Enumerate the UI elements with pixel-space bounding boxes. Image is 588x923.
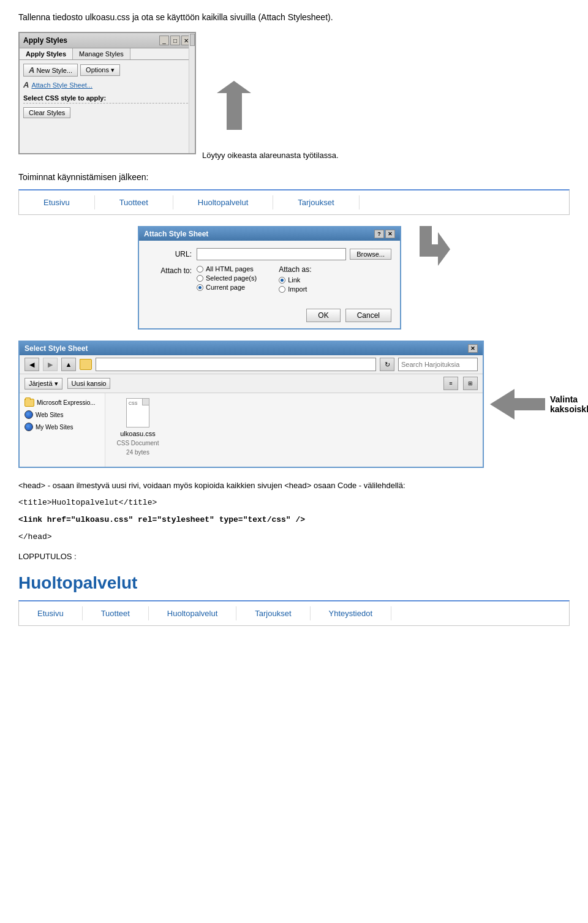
result-nav-etusivu[interactable]: Etusivu: [19, 606, 83, 620]
arrow-down-right-icon: [401, 226, 450, 275]
forward-button[interactable]: ▶: [43, 358, 58, 371]
nav-item-tarjoukset[interactable]: Tarjoukset: [273, 195, 359, 209]
view-options-button[interactable]: ≡: [443, 377, 458, 390]
code-line-1: <title>Huoltopalvelut</title>: [18, 498, 157, 507]
attach-label[interactable]: Attach Style Sheet...: [31, 81, 92, 89]
nav-item-tuotteet[interactable]: Tuotteet: [95, 195, 173, 209]
panel-title: Apply Styles: [23, 36, 67, 45]
file-path-input[interactable]: [96, 358, 376, 371]
loytyy-text: Löytyy oikeasta alareunasta työtilassa.: [202, 151, 339, 160]
radio-current-page[interactable]: Current page: [197, 284, 257, 291]
file-sidebar-item-2[interactable]: My Web Sites: [22, 421, 102, 433]
lopputulos-label: LOPPUTULOS :: [18, 550, 570, 563]
result-nav-tuotteet[interactable]: Tuotteet: [83, 606, 149, 620]
new-style-icon: A: [29, 66, 34, 75]
attach-dialog-close-btn[interactable]: ✕: [385, 230, 395, 238]
nav-item-huoltopalvelut[interactable]: Huoltopalvelut: [173, 195, 273, 209]
folder-icon-sidebar: [24, 399, 34, 407]
svg-marker-0: [217, 81, 251, 130]
arrow-left-icon: [490, 386, 545, 423]
new-style-button[interactable]: A New Style...: [23, 64, 78, 77]
options-button[interactable]: Options ▾: [80, 64, 120, 76]
code-line-3: </head>: [18, 532, 52, 541]
select-css-label: Select CSS style to apply:: [23, 93, 191, 104]
attach-stylesheet-dialog: Attach Style Sheet ? ✕ URL: Browse... At…: [138, 226, 401, 330]
attach-as-label: Attach as:: [279, 265, 311, 274]
code-desc: <head> - osaan ilmestyvä uusi rivi, void…: [18, 479, 570, 492]
file-type: CSS Document: [117, 440, 159, 446]
file-name: ulkoasu.css: [120, 430, 155, 437]
browse-button[interactable]: Browse...: [350, 249, 391, 260]
code-section: <head> - osaan ilmestyvä uusi rivi, void…: [18, 479, 570, 563]
attach-dialog-help-btn[interactable]: ?: [374, 230, 384, 238]
up-button[interactable]: ▲: [61, 358, 76, 371]
tab-manage-styles[interactable]: Manage Styles: [73, 48, 130, 59]
result-nav-yhteystiedot[interactable]: Yhteystiedot: [311, 606, 392, 620]
file-item-ulkoasu[interactable]: CSS ulkoasu.css CSS Document 24 bytes: [110, 398, 165, 456]
file-sidebar-item-1[interactable]: Web Sites: [22, 409, 102, 421]
url-input[interactable]: [197, 248, 346, 260]
result-nav-huoltopalvelut[interactable]: Huoltopalvelut: [149, 606, 236, 620]
url-label: URL:: [148, 250, 197, 258]
panel-maximize-btn[interactable]: □: [170, 36, 180, 45]
css-file-icon: CSS: [126, 398, 149, 428]
clear-styles-button[interactable]: Clear Styles: [23, 107, 70, 118]
apply-styles-panel: Apply Styles _ □ ✕ Apply Styles Manage S…: [18, 32, 196, 154]
file-dialog-close-btn[interactable]: ✕: [468, 344, 478, 353]
radio-selected-pages[interactable]: Selected page(s): [197, 274, 257, 282]
svg-marker-1: [407, 226, 450, 266]
search-input[interactable]: [398, 358, 478, 371]
select-stylesheet-dialog: Select Style Sheet ✕ ◀ ▶ ▲ ↻ Järjestä ▾: [18, 341, 484, 468]
refresh-button[interactable]: ↻: [380, 358, 394, 371]
code-line-2: <link href="ulkoasu.css" rel="stylesheet…: [18, 515, 305, 524]
file-dialog-title: Select Style Sheet: [24, 344, 88, 353]
nav-bar-bottom: Etusivu Tuotteet Huoltopalvelut Tarjouks…: [18, 600, 570, 626]
attach-to-label: Attach to:: [148, 265, 197, 275]
globe-icon-sidebar-1: [24, 410, 33, 419]
back-button[interactable]: ◀: [24, 358, 39, 371]
radio-all-pages[interactable]: All HTML pages: [197, 265, 257, 273]
valinta-sub-label: kaksoisklikkaamalla: [550, 404, 588, 414]
radio-import[interactable]: Import: [279, 285, 311, 293]
radio-link[interactable]: Link: [279, 276, 311, 284]
section-header: Toiminnat käynnistämisen jälkeen:: [18, 172, 570, 182]
new-folder-button[interactable]: Uusi kansio: [67, 378, 111, 389]
view-toggle-button[interactable]: ⊞: [463, 377, 478, 390]
tab-apply-styles[interactable]: Apply Styles: [20, 48, 73, 59]
valinta-label: Valinta: [550, 394, 578, 404]
attach-dialog-title: Attach Style Sheet: [144, 230, 208, 238]
result-nav-tarjoukset[interactable]: Tarjoukset: [236, 606, 310, 620]
file-sidebar: Microsoft Expressio... Web Sites My Web …: [20, 393, 105, 467]
attach-icon: A: [23, 80, 29, 89]
arrow-up-icon: [202, 81, 257, 148]
organize-button[interactable]: Järjestä ▾: [24, 378, 62, 390]
svg-marker-2: [490, 389, 545, 420]
nav-item-etusivu[interactable]: Etusivu: [19, 195, 95, 209]
intro-text: Tallenna tiedosto ulkoasu.css ja ota se …: [18, 12, 570, 22]
panel-minimize-btn[interactable]: _: [159, 36, 169, 45]
result-heading: Huoltopalvelut: [18, 573, 570, 593]
folder-icon-nav: [80, 359, 92, 370]
file-sidebar-item-0[interactable]: Microsoft Expressio...: [22, 397, 102, 409]
nav-bar-top: Etusivu Tuotteet Huoltopalvelut Tarjouks…: [18, 189, 570, 215]
cancel-button[interactable]: Cancel: [345, 309, 391, 322]
ok-button[interactable]: OK: [306, 309, 340, 322]
globe-icon-sidebar-2: [24, 423, 33, 431]
file-size: 24 bytes: [126, 449, 149, 456]
